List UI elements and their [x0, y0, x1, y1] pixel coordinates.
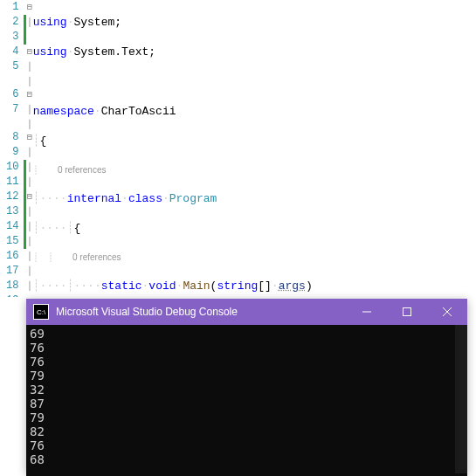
console-title: Microsoft Visual Studio Debug Console [56, 306, 347, 318]
code-editor[interactable]: 1 2 3 4 5 6 7 8 9 10 11 12 13 14 15 16 1… [0, 0, 476, 297]
console-output[interactable]: 69 76 76 79 32 87 79 82 76 68 [26, 325, 467, 476]
debug-console-window[interactable]: C:\ Microsoft Visual Studio Debug Consol… [26, 299, 467, 473]
fold-toggle[interactable]: ⊟ [26, 0, 33, 15]
close-button[interactable] [427, 299, 467, 325]
line-number-gutter: 1 2 3 4 5 6 7 8 9 10 11 12 13 14 15 16 1… [0, 0, 24, 297]
outline-fold-column[interactable]: ⊟ │ ⊟ │ │ ⊟ │ │ ⊟ │ │ │ ⊟ │ │ │ │ │ │ [26, 0, 33, 297]
fold-toggle[interactable]: ⊟ [26, 87, 33, 102]
maximize-button[interactable] [387, 299, 427, 325]
fold-toggle[interactable]: ⊟ [26, 130, 33, 145]
code-area[interactable]: using·System; using·System.Text; namespa… [33, 0, 476, 297]
fold-toggle[interactable]: ⊟ [26, 190, 33, 204]
console-icon: C:\ [33, 304, 49, 320]
console-scrollbar[interactable] [455, 325, 467, 473]
svg-rect-1 [404, 308, 411, 316]
console-titlebar[interactable]: C:\ Microsoft Visual Studio Debug Consol… [26, 299, 467, 325]
fold-toggle[interactable]: ⊟ [26, 45, 33, 59]
minimize-button[interactable] [347, 299, 387, 325]
